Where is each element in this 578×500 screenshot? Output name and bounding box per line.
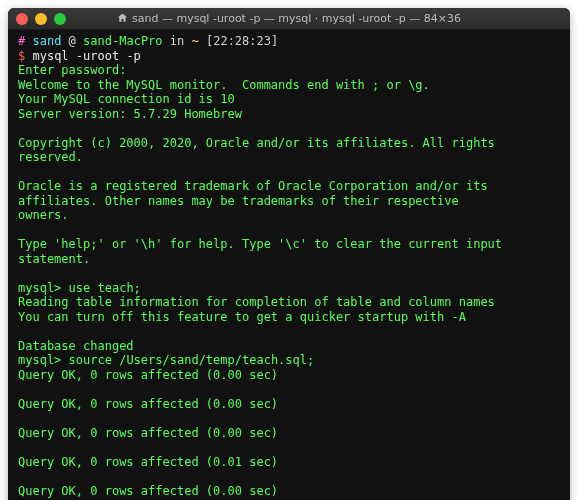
- output-line: owners.: [18, 208, 560, 223]
- output-line: Query OK, 0 rows affected (0.00 sec): [18, 484, 560, 499]
- blank-line: [18, 469, 560, 484]
- output-line: Query OK, 0 rows affected (0.01 sec): [18, 455, 560, 470]
- output-line: Oracle is a registered trademark of Orac…: [18, 179, 560, 194]
- blank-line: [18, 324, 560, 339]
- blank-line: [18, 382, 560, 397]
- mysql-command-line: mysql> source /Users/sand/temp/teach.sql…: [18, 353, 560, 368]
- prompt-user: sand: [32, 34, 61, 48]
- blank-line: [18, 121, 560, 136]
- terminal-body[interactable]: # sand @ sand-MacPro in ~ [22:28:23]$ my…: [8, 30, 570, 500]
- output-line: Database changed: [18, 339, 560, 354]
- blank-line: [18, 223, 560, 238]
- window-title: sand — mysql -uroot -p — mysql · mysql -…: [8, 12, 570, 26]
- output-line: Reading table information for completion…: [18, 295, 560, 310]
- home-icon: [117, 12, 128, 26]
- command-text: use teach;: [69, 281, 141, 295]
- output-line: Enter password:: [18, 63, 560, 78]
- prompt-host: sand-MacPro: [83, 34, 162, 48]
- mysql-prompt: mysql>: [18, 281, 61, 295]
- output-line: affiliates. Other names may be trademark…: [18, 194, 560, 209]
- command-text: source /Users/sand/temp/teach.sql;: [69, 353, 315, 367]
- prompt-line: # sand @ sand-MacPro in ~ [22:28:23]: [18, 34, 560, 49]
- mysql-command-line: mysql> use teach;: [18, 281, 560, 296]
- blank-line: [18, 266, 560, 281]
- output-line: Query OK, 0 rows affected (0.00 sec): [18, 426, 560, 441]
- blank-line: [18, 440, 560, 455]
- output-line: Your MySQL connection id is 10: [18, 92, 560, 107]
- titlebar[interactable]: sand — mysql -uroot -p — mysql · mysql -…: [8, 8, 570, 30]
- output-line: Type 'help;' or '\h' for help. Type '\c'…: [18, 237, 560, 266]
- window-title-text: sand — mysql -uroot -p — mysql · mysql -…: [132, 12, 461, 25]
- minimize-icon[interactable]: [35, 13, 47, 25]
- prompt-dollar: $: [18, 49, 25, 63]
- blank-line: [18, 165, 560, 180]
- close-icon[interactable]: [16, 13, 28, 25]
- command-text: mysql -uroot -p: [32, 49, 140, 63]
- prompt-at: @: [69, 34, 76, 48]
- output-line: Query OK, 0 rows affected (0.00 sec): [18, 368, 560, 383]
- prompt-in: in: [170, 34, 184, 48]
- blank-line: [18, 411, 560, 426]
- prompt-hash: #: [18, 34, 25, 48]
- command-line: $ mysql -uroot -p: [18, 49, 560, 64]
- output-line: You can turn off this feature to get a q…: [18, 310, 560, 325]
- output-line: Copyright (c) 2000, 2020, Oracle and/or …: [18, 136, 560, 165]
- terminal-window: sand — mysql -uroot -p — mysql · mysql -…: [8, 8, 570, 500]
- prompt-dir: ~: [191, 34, 198, 48]
- zoom-icon[interactable]: [54, 13, 66, 25]
- output-line: Query OK, 0 rows affected (0.00 sec): [18, 397, 560, 412]
- output-line: Welcome to the MySQL monitor. Commands e…: [18, 78, 560, 93]
- mysql-prompt: mysql>: [18, 353, 61, 367]
- traffic-lights: [16, 13, 66, 25]
- prompt-time: [22:28:23]: [206, 34, 278, 48]
- output-line: Server version: 5.7.29 Homebrew: [18, 107, 560, 122]
